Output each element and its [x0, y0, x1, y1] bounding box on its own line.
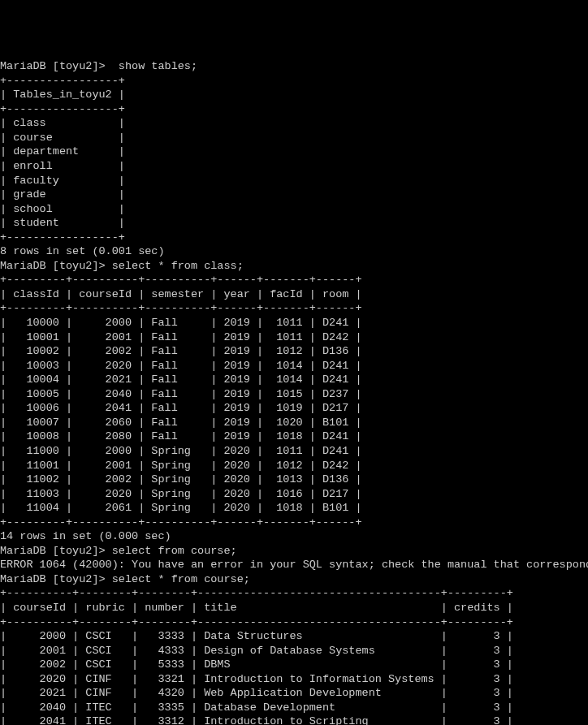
prompt-line[interactable]: MariaDB [toyu2]> select from course; — [0, 544, 588, 559]
table-row: | school | — [0, 202, 588, 217]
table-border: +----------+--------+--------+----------… — [0, 586, 588, 601]
table-header: | courseId | rubric | number | title | c… — [0, 601, 588, 615]
result-footer: 14 rows in set (0.000 sec) — [0, 529, 588, 544]
table-row: | 10000 | 2000 | Fall | 2019 | 1011 | D2… — [0, 316, 588, 330]
table-row: | 2001 | CSCI | 4333 | Design of Databas… — [0, 644, 588, 658]
table-row: | 10003 | 2020 | Fall | 2019 | 1014 | D2… — [0, 359, 588, 373]
table-row: | 10002 | 2002 | Fall | 2019 | 1012 | D1… — [0, 344, 588, 359]
table-border: +-----------------+ — [0, 102, 588, 117]
table-row: | 2000 | CSCI | 3333 | Data Structures |… — [0, 629, 588, 644]
table-row: | student | — [0, 216, 588, 231]
table-row: | 10004 | 2021 | Fall | 2019 | 1014 | D2… — [0, 373, 588, 387]
table-row: | 10005 | 2040 | Fall | 2019 | 1015 | D2… — [0, 387, 588, 402]
table-row: | 2020 | CINF | 3321 | Introduction to I… — [0, 672, 588, 687]
table-row: | 10007 | 2060 | Fall | 2019 | 1020 | B1… — [0, 416, 588, 430]
prompt-line[interactable]: MariaDB [toyu2]> select * from course; — [0, 572, 588, 587]
table-row: | grade | — [0, 188, 588, 202]
table-border: +-----------------+ — [0, 231, 588, 245]
table-row: | 11002 | 2002 | Spring | 2020 | 1013 | … — [0, 473, 588, 487]
terminal-output: MariaDB [toyu2]> show tables;+----------… — [0, 59, 588, 725]
table-row: | 11001 | 2001 | Spring | 2020 | 1012 | … — [0, 459, 588, 473]
table-row: | course | — [0, 131, 588, 145]
table-header: | classId | courseId | semester | year |… — [0, 287, 588, 302]
table-row: | faculty | — [0, 174, 588, 188]
table-row: | 2021 | CINF | 4320 | Web Application D… — [0, 686, 588, 701]
prompt-line[interactable]: MariaDB [toyu2]> show tables; — [0, 59, 588, 74]
error-line: ERROR 1064 (42000): You have an error in… — [0, 558, 588, 572]
table-row: | 2041 | ITEC | 3312 | Introduction to S… — [0, 714, 588, 725]
table-row: | 10008 | 2080 | Fall | 2019 | 1018 | D2… — [0, 429, 588, 444]
table-row: | 2002 | CSCI | 5333 | DBMS | 3 | — [0, 658, 588, 672]
table-row: | department | — [0, 145, 588, 159]
table-row: | 11003 | 2020 | Spring | 2020 | 1016 | … — [0, 487, 588, 502]
table-border: +-----------------+ — [0, 74, 588, 88]
table-border: +---------+----------+----------+------+… — [0, 301, 588, 316]
prompt-line[interactable]: MariaDB [toyu2]> select * from class; — [0, 259, 588, 274]
table-row: | 11004 | 2061 | Spring | 2020 | 1018 | … — [0, 501, 588, 516]
table-border: +---------+----------+----------+------+… — [0, 273, 588, 287]
table-row: | 10001 | 2001 | Fall | 2019 | 1011 | D2… — [0, 330, 588, 345]
table-row: | 2040 | ITEC | 3335 | Database Developm… — [0, 701, 588, 715]
table-row: | 11000 | 2000 | Spring | 2020 | 1011 | … — [0, 444, 588, 459]
table-border: +---------+----------+----------+------+… — [0, 516, 588, 530]
table-border: +----------+--------+--------+----------… — [0, 615, 588, 630]
table-row: | class | — [0, 116, 588, 131]
table-row: | enroll | — [0, 159, 588, 174]
result-footer: 8 rows in set (0.001 sec) — [0, 244, 588, 259]
table-row: | 10006 | 2041 | Fall | 2019 | 1019 | D2… — [0, 401, 588, 416]
table-header: | Tables_in_toyu2 | — [0, 88, 588, 102]
